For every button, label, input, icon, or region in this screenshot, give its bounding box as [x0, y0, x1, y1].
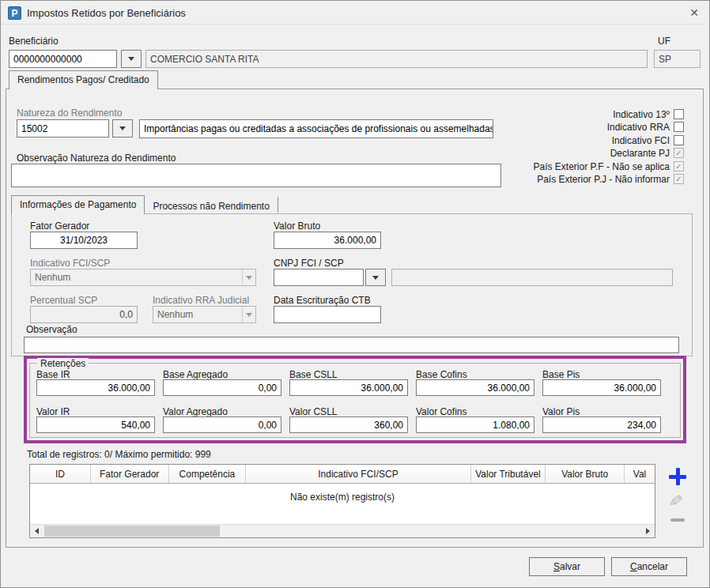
- column-header-valor-tributavel[interactable]: Valor Tributável: [471, 465, 546, 483]
- valor-agregado-label: Valor Agregado: [163, 406, 228, 417]
- fator-gerador-label: Fator Gerador: [30, 220, 89, 232]
- data-escrituracao-ctb-label: Data Escrituração CTB: [274, 295, 371, 306]
- chevron-down-icon: [242, 307, 255, 322]
- base-pis-label: Base Pis: [542, 369, 580, 380]
- uf-label: UF: [658, 36, 670, 47]
- valor-ir-input[interactable]: 540,00: [36, 416, 155, 433]
- pais-exterior-pj-checkbox: ✓: [674, 174, 684, 184]
- pais-exterior-pf-checkbox: ✓: [674, 161, 684, 172]
- observacao-input[interactable]: [24, 337, 679, 353]
- app-icon: P: [8, 6, 21, 20]
- base-csll-input[interactable]: 36.000,00: [289, 379, 408, 396]
- valor-csll-label: Valor CSLL: [289, 406, 337, 417]
- total-registros-text: Total de registros: 0/ Máximo permitido:…: [27, 449, 211, 460]
- checkbox-row-pais-exterior-pf: País Exterior P.F - Não se aplica ✓: [533, 160, 684, 172]
- indicativo-rra-label: Indicativo RRA: [607, 122, 670, 133]
- cnpj-fci-scp-label: CNPJ FCI / SCP: [274, 258, 344, 269]
- pais-exterior-pf-label: País Exterior P.F - Não se aplica: [533, 161, 670, 172]
- column-header-val[interactable]: Val: [625, 465, 655, 483]
- column-header-indicativo-fci-scp[interactable]: Indicativo FCI/SCP: [246, 465, 470, 483]
- valor-csll-input[interactable]: 360,00: [289, 416, 408, 433]
- fator-gerador-input[interactable]: 31/10/2023: [30, 232, 138, 249]
- dialog-impostos-retidos: P Impostos Retidos por Beneficiários ✕ B…: [0, 0, 710, 588]
- retencoes-legend: Retenções: [37, 358, 89, 369]
- observacao-label: Observação: [26, 324, 77, 335]
- percentual-scp-field: 0,0: [30, 306, 138, 323]
- scrollbar-thumb[interactable]: [44, 526, 220, 537]
- indicativo-fci-scp-select: Nenhum: [30, 269, 256, 286]
- chevron-down-icon: [128, 57, 134, 61]
- valor-bruto-label: Valor Bruto: [274, 220, 320, 232]
- base-ir-label: Base IR: [36, 369, 70, 380]
- registros-table-header: ID Fator Gerador Competência Indicativo …: [30, 465, 655, 484]
- chevron-down-icon: [372, 276, 379, 280]
- beneficiario-label: Beneficiário: [9, 36, 59, 47]
- declarante-pj-label: Declarante PJ: [610, 148, 670, 159]
- valor-bruto-input[interactable]: 36.000,00: [274, 232, 381, 249]
- indicativo-fci-label: Indicativo FCI: [612, 135, 670, 146]
- natureza-code-input[interactable]: 15002: [17, 119, 109, 138]
- tab-processos-nao-rendimento[interactable]: Processos não Rendimento: [145, 197, 278, 213]
- checkbox-row-indicativo-13: Indicativo 13º: [613, 108, 684, 120]
- base-agregado-input[interactable]: 0,00: [163, 379, 281, 396]
- natureza-dropdown-button[interactable]: [112, 119, 133, 138]
- window-title: Impostos Retidos por Beneficiários: [27, 7, 186, 19]
- base-csll-label: Base CSLL: [289, 369, 338, 380]
- indicativo-rra-checkbox[interactable]: [674, 122, 684, 132]
- indicativo-fci-scp-value: Nenhum: [31, 272, 242, 283]
- indicativo-fci-checkbox[interactable]: [674, 135, 684, 145]
- uf-field: SP: [654, 50, 701, 68]
- add-record-icon[interactable]: [669, 468, 686, 485]
- indicativo-fci-scp-label: Indicativo FCI/SCP: [30, 258, 110, 269]
- cnpj-fci-scp-input[interactable]: [274, 269, 364, 286]
- valor-ir-label: Valor IR: [36, 406, 70, 417]
- horizontal-scrollbar[interactable]: [30, 524, 655, 537]
- chevron-down-icon: [119, 126, 126, 130]
- natureza-descricao-field: Importâncias pagas ou creditadas a assoc…: [139, 119, 493, 138]
- indicativo-13-label: Indicativo 13º: [613, 109, 670, 120]
- cancelar-button-label: Cancelar: [630, 561, 668, 572]
- obs-natureza-label: Observação Natureza do Rendimento: [17, 153, 176, 164]
- edit-record-icon: [667, 491, 684, 511]
- valor-pis-label: Valor Pis: [542, 406, 580, 417]
- declarante-pj-checkbox: ✓: [674, 148, 684, 158]
- registros-table: ID Fator Gerador Competência Indicativo …: [29, 464, 655, 538]
- column-header-valor-bruto[interactable]: Valor Bruto: [546, 465, 625, 483]
- column-header-competencia[interactable]: Competência: [169, 465, 247, 483]
- checkbox-row-pais-exterior-pj: País Exterior P.J - Não informar ✓: [537, 173, 684, 185]
- scroll-left-icon[interactable]: [30, 525, 43, 537]
- checkbox-row-indicativo-fci: Indicativo FCI: [612, 134, 684, 146]
- valor-agregado-input[interactable]: 0,00: [163, 416, 281, 433]
- beneficiario-code-input[interactable]: 0000000000000: [9, 50, 117, 68]
- scroll-right-icon[interactable]: [641, 525, 655, 537]
- percentual-scp-label: Percentual SCP: [30, 295, 97, 306]
- indicativo-13-checkbox[interactable]: [674, 109, 684, 119]
- salvar-button-label: Salvar: [553, 561, 580, 572]
- valor-cofins-label: Valor Cofins: [416, 406, 466, 417]
- checkbox-row-declarante-pj: Declarante PJ ✓: [610, 147, 684, 159]
- cnpj-fci-scp-dropdown-button[interactable]: [365, 269, 386, 286]
- valor-pis-input[interactable]: 234,00: [542, 416, 661, 433]
- tab-rendimentos-pagos[interactable]: Rendimentos Pagos/ Creditado: [9, 70, 158, 89]
- beneficiario-dropdown-button[interactable]: [121, 50, 142, 68]
- registros-table-body: Não existe(m) registro(s): [30, 484, 655, 525]
- base-agregado-label: Base Agregado: [163, 369, 228, 380]
- inner-tabstrip: Informações de Pagamento Processos não R…: [11, 195, 278, 214]
- base-pis-input[interactable]: 36.000,00: [542, 379, 661, 396]
- checkbox-row-indicativo-rra: Indicativo RRA: [607, 121, 684, 133]
- cnpj-fci-scp-desc-field: [391, 269, 673, 286]
- data-escrituracao-ctb-input[interactable]: [274, 306, 381, 323]
- column-header-id[interactable]: ID: [30, 465, 91, 483]
- title-bar: P Impostos Retidos por Beneficiários ✕: [1, 1, 709, 24]
- cancelar-button[interactable]: Cancelar: [611, 557, 687, 576]
- column-header-fator-gerador[interactable]: Fator Gerador: [91, 465, 169, 483]
- obs-natureza-input[interactable]: [11, 164, 501, 187]
- close-icon[interactable]: ✕: [681, 1, 708, 24]
- salvar-button[interactable]: Salvar: [529, 557, 605, 576]
- base-cofins-input[interactable]: 36.000,00: [416, 379, 534, 396]
- valor-cofins-input[interactable]: 1.080,00: [416, 416, 534, 433]
- tab-informacoes-pagamento[interactable]: Informações de Pagamento: [11, 195, 145, 214]
- base-ir-input[interactable]: 36.000,00: [36, 379, 155, 396]
- natureza-label: Natureza do Rendimento: [17, 107, 122, 119]
- indicativo-rra-judicial-value: Nenhum: [153, 309, 242, 320]
